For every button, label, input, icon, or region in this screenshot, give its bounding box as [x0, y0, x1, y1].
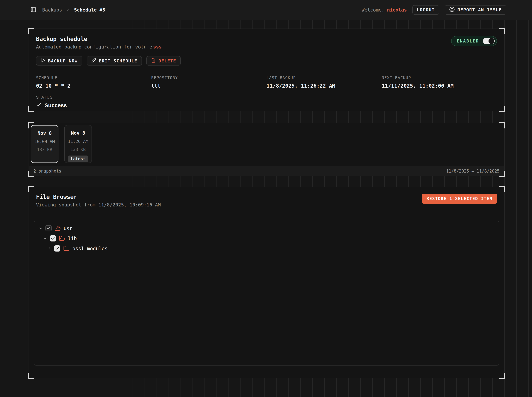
- status-label: STATUS: [36, 95, 151, 99]
- field-value: 11/8/2025, 11:26:22 AM: [266, 83, 382, 89]
- snapshot-size: 133 KB: [37, 147, 52, 152]
- checkbox-lib[interactable]: [50, 235, 56, 242]
- folder-icon: [63, 245, 70, 252]
- snapshot-count: 2 snapshots: [33, 169, 61, 174]
- file-browser-subtitle: Viewing snapshot from 11/8/2025, 10:09:1…: [36, 202, 161, 208]
- snapshot-card-latest[interactable]: Nov 8 11:26 AM 133 KB Latest: [64, 125, 92, 163]
- field-last-backup: LAST BACKUP 11/8/2025, 11:26:22 AM: [266, 75, 382, 89]
- check-icon: [36, 102, 42, 109]
- folder-open-icon: [55, 225, 61, 231]
- chevron-down-icon[interactable]: [39, 226, 43, 230]
- snapshot-date: Nov 8: [71, 130, 85, 136]
- snapshot-time: 10:09 AM: [34, 139, 55, 144]
- chevron-right-icon: [66, 7, 70, 13]
- breadcrumb-current: Schedule #3: [74, 7, 105, 13]
- field-value: 11/11/2025, 11:02:00 AM: [382, 83, 497, 89]
- username: nicolas: [387, 7, 407, 13]
- backup-now-button[interactable]: BACKUP NOW: [36, 56, 82, 66]
- enabled-pill[interactable]: ENABLED: [451, 36, 497, 46]
- snapshot-card-selected[interactable]: Nov 8 10:09 AM 133 KB: [31, 125, 58, 163]
- field-repository: REPOSITORY ttt: [151, 75, 266, 89]
- status-text: Success: [44, 102, 67, 108]
- corner-bracket: [28, 28, 34, 34]
- enabled-toggle[interactable]: [483, 38, 495, 44]
- field-status: STATUS Success: [36, 95, 151, 109]
- snapshot-date: Nov 8: [38, 130, 52, 136]
- edit-schedule-label: EDIT SCHEDULE: [99, 58, 137, 63]
- folder-open-icon: [59, 235, 65, 242]
- trash-icon: [151, 58, 156, 64]
- panel-left-icon: [31, 7, 36, 13]
- latest-badge: Latest: [68, 155, 88, 162]
- checkbox-usr[interactable]: [45, 225, 52, 231]
- field-value: ttt: [151, 83, 266, 89]
- report-issue-button[interactable]: REPORT AN ISSUE: [445, 5, 506, 15]
- tree-label[interactable]: ossl-modules: [72, 246, 108, 251]
- status-badge: Success: [36, 102, 151, 109]
- file-browser-card: File Browser Viewing snapshot from 11/8/…: [29, 187, 504, 378]
- life-buoy-icon: [449, 7, 455, 13]
- field-schedule: SCHEDULE 02 10 * * 2: [36, 75, 151, 89]
- pencil-icon: [91, 58, 96, 64]
- corner-bracket: [499, 373, 505, 379]
- tree-row-ossl-modules[interactable]: ossl-modules: [34, 243, 499, 254]
- corner-bracket: [28, 106, 34, 112]
- field-label: REPOSITORY: [151, 75, 266, 80]
- tree-label[interactable]: lib: [68, 236, 77, 241]
- snapshot-date-range: 11/8/2025 – 11/8/2025: [446, 169, 500, 174]
- corner-bracket: [28, 373, 34, 379]
- corner-bracket: [499, 106, 505, 112]
- file-browser-title: File Browser: [36, 194, 161, 200]
- logout-button[interactable]: LOGOUT: [412, 5, 439, 15]
- tree-row-lib[interactable]: lib: [34, 233, 499, 243]
- restore-button[interactable]: RESTORE 1 SELECTED ITEM: [422, 194, 497, 204]
- welcome-text: Welcome, nicolas: [362, 7, 407, 13]
- play-icon: [41, 58, 45, 64]
- snapshot-size: 133 KB: [70, 147, 86, 152]
- schedule-card-subtitle: Automated backup configuration for volum…: [36, 44, 162, 50]
- field-label: LAST BACKUP: [266, 75, 382, 80]
- backup-now-label: BACKUP NOW: [48, 58, 78, 63]
- volume-name: sss: [153, 44, 162, 50]
- snapshot-time: 11:26 AM: [68, 139, 88, 144]
- breadcrumb-parent[interactable]: Backups: [42, 7, 62, 13]
- enabled-label: ENABLED: [457, 39, 479, 43]
- delete-button[interactable]: DELETE: [146, 56, 181, 66]
- tree-label[interactable]: usr: [64, 226, 72, 231]
- snapshots-card: Nov 8 10:09 AM 133 KB Nov 8 11:26 AM 133…: [29, 123, 504, 176]
- schedule-card-title: Backup schedule: [36, 36, 162, 42]
- snapshots-footer: 2 snapshots 11/8/2025 – 11/8/2025: [29, 166, 504, 176]
- backup-schedule-card: Backup schedule Automated backup configu…: [29, 29, 504, 111]
- field-next-backup: NEXT BACKUP 11/11/2025, 11:02:00 AM: [382, 75, 497, 89]
- field-value: 02 10 * * 2: [36, 83, 151, 89]
- corner-bracket: [499, 28, 505, 34]
- toggle-knob: [488, 38, 494, 44]
- edit-schedule-button[interactable]: EDIT SCHEDULE: [87, 56, 142, 66]
- tree-row-usr[interactable]: usr: [34, 223, 499, 233]
- checkbox-ossl-modules[interactable]: [54, 245, 60, 252]
- report-issue-label: REPORT AN ISSUE: [457, 7, 502, 12]
- breadcrumb: Backups Schedule #3: [42, 7, 105, 13]
- subtitle-prefix: Automated backup configuration for volum…: [36, 44, 152, 50]
- delete-label: DELETE: [158, 58, 176, 63]
- file-tree-panel: usr lib ossl-modules: [34, 221, 499, 366]
- welcome-prefix: Welcome,: [362, 7, 385, 13]
- field-label: NEXT BACKUP: [382, 75, 497, 80]
- top-bar: Backups Schedule #3 Welcome, nicolas LOG…: [0, 0, 532, 20]
- chevron-right-icon[interactable]: [47, 246, 52, 251]
- sidebar-toggle-button[interactable]: [31, 7, 36, 13]
- field-label: SCHEDULE: [36, 75, 151, 80]
- chevron-down-icon[interactable]: [43, 236, 47, 241]
